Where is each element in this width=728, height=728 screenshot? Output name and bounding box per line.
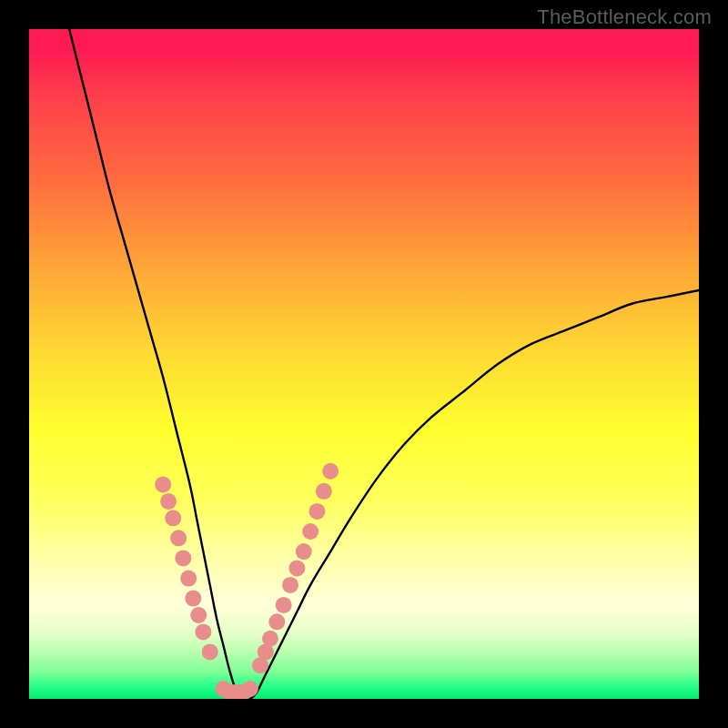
- marker-dot: [160, 493, 177, 510]
- marker-dot: [195, 623, 211, 640]
- marker-dot: [268, 613, 285, 630]
- plot-area: [29, 29, 699, 699]
- marker-dot: [190, 607, 207, 623]
- curve-layer: [69, 29, 699, 699]
- marker-dot: [288, 560, 305, 576]
- marker-dot: [175, 550, 191, 566]
- marker-dot: [262, 631, 278, 647]
- marker-dot: [170, 530, 187, 546]
- marker-dot: [302, 523, 318, 540]
- marker-layer: [155, 463, 339, 699]
- marker-dot: [282, 577, 298, 593]
- marker-dot: [185, 591, 201, 607]
- marker-dot: [316, 483, 332, 500]
- marker-dot: [276, 597, 292, 613]
- chart-container: TheBottleneck.com: [0, 0, 728, 728]
- marker-dot: [165, 510, 181, 526]
- chart-svg: [29, 29, 699, 699]
- marker-dot: [308, 503, 325, 520]
- marker-dot: [202, 643, 218, 660]
- marker-dot: [296, 543, 312, 560]
- marker-dot: [180, 571, 197, 587]
- marker-dot: [242, 681, 258, 697]
- marker-dot: [155, 476, 171, 492]
- attribution-text: TheBottleneck.com: [537, 5, 712, 29]
- marker-dot: [322, 463, 339, 480]
- bottleneck-curve: [69, 29, 699, 699]
